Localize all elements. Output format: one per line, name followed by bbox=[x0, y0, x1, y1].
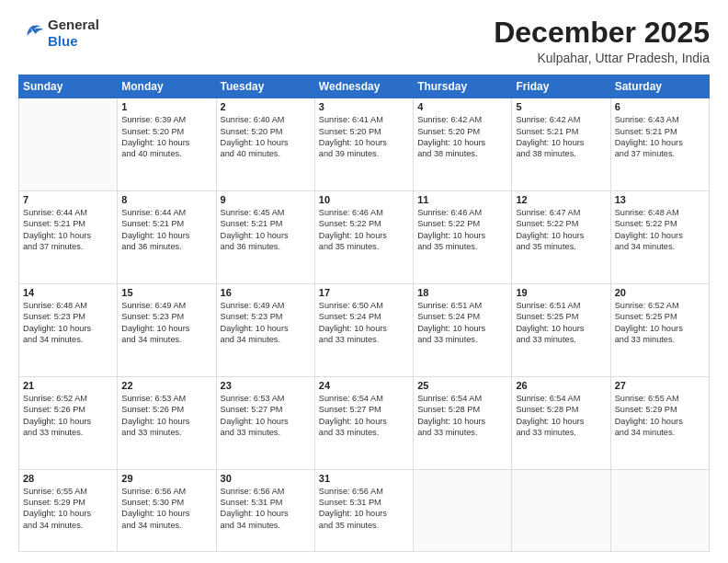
cell-info: Sunrise: 6:42 AMSunset: 5:20 PMDaylight:… bbox=[417, 114, 507, 160]
day-number: 12 bbox=[516, 194, 606, 205]
cell-info: Sunrise: 6:54 AMSunset: 5:28 PMDaylight:… bbox=[516, 393, 606, 439]
day-number: 29 bbox=[121, 473, 211, 484]
logo-icon bbox=[18, 23, 44, 43]
weekday-header-monday: Monday bbox=[118, 75, 216, 98]
calendar-week-row: 14Sunrise: 6:48 AMSunset: 5:23 PMDayligh… bbox=[19, 283, 710, 376]
calendar-table: SundayMondayTuesdayWednesdayThursdayFrid… bbox=[18, 75, 710, 552]
day-number: 22 bbox=[121, 380, 211, 391]
cell-info: Sunrise: 6:49 AMSunset: 5:23 PMDaylight:… bbox=[121, 300, 211, 346]
calendar-cell: 12Sunrise: 6:47 AMSunset: 5:22 PMDayligh… bbox=[512, 191, 610, 284]
day-number: 20 bbox=[615, 287, 705, 298]
calendar-cell: 16Sunrise: 6:49 AMSunset: 5:23 PMDayligh… bbox=[216, 283, 314, 376]
weekday-header-sunday: Sunday bbox=[19, 75, 118, 98]
calendar-cell: 11Sunrise: 6:46 AMSunset: 5:22 PMDayligh… bbox=[414, 191, 512, 284]
calendar-cell: 31Sunrise: 6:56 AMSunset: 5:31 PMDayligh… bbox=[314, 469, 413, 551]
cell-info: Sunrise: 6:56 AMSunset: 5:31 PMDaylight:… bbox=[319, 486, 409, 532]
cell-info: Sunrise: 6:53 AMSunset: 5:26 PMDaylight:… bbox=[121, 393, 211, 439]
cell-info: Sunrise: 6:52 AMSunset: 5:25 PMDaylight:… bbox=[615, 300, 705, 346]
cell-info: Sunrise: 6:43 AMSunset: 5:21 PMDaylight:… bbox=[615, 114, 705, 160]
calendar-cell: 21Sunrise: 6:52 AMSunset: 5:26 PMDayligh… bbox=[19, 376, 118, 469]
day-number: 7 bbox=[23, 194, 113, 205]
cell-info: Sunrise: 6:56 AMSunset: 5:31 PMDaylight:… bbox=[221, 486, 311, 532]
calendar-cell: 23Sunrise: 6:53 AMSunset: 5:27 PMDayligh… bbox=[216, 376, 314, 469]
day-number: 28 bbox=[23, 473, 113, 484]
calendar-cell bbox=[414, 469, 512, 551]
day-number: 21 bbox=[23, 380, 113, 391]
day-number: 9 bbox=[221, 194, 311, 205]
calendar-cell: 2Sunrise: 6:40 AMSunset: 5:20 PMDaylight… bbox=[216, 98, 314, 191]
calendar-cell: 10Sunrise: 6:46 AMSunset: 5:22 PMDayligh… bbox=[314, 191, 413, 284]
calendar-cell: 7Sunrise: 6:44 AMSunset: 5:21 PMDaylight… bbox=[19, 191, 118, 284]
weekday-header-wednesday: Wednesday bbox=[314, 75, 413, 98]
logo-text: General Blue bbox=[48, 17, 99, 50]
day-number: 15 bbox=[121, 287, 211, 298]
cell-info: Sunrise: 6:39 AMSunset: 5:20 PMDaylight:… bbox=[121, 114, 211, 160]
weekday-header-thursday: Thursday bbox=[414, 75, 512, 98]
day-number: 18 bbox=[417, 287, 507, 298]
calendar-cell bbox=[610, 469, 709, 551]
cell-info: Sunrise: 6:44 AMSunset: 5:21 PMDaylight:… bbox=[23, 207, 113, 253]
cell-info: Sunrise: 6:51 AMSunset: 5:25 PMDaylight:… bbox=[516, 300, 606, 346]
calendar-cell: 20Sunrise: 6:52 AMSunset: 5:25 PMDayligh… bbox=[610, 283, 709, 376]
header: General Blue December 2025 Kulpahar, Utt… bbox=[18, 17, 710, 65]
calendar-cell: 5Sunrise: 6:42 AMSunset: 5:21 PMDaylight… bbox=[512, 98, 610, 191]
day-number: 3 bbox=[319, 101, 409, 112]
cell-info: Sunrise: 6:46 AMSunset: 5:22 PMDaylight:… bbox=[417, 207, 507, 253]
calendar-cell: 4Sunrise: 6:42 AMSunset: 5:20 PMDaylight… bbox=[414, 98, 512, 191]
calendar-cell: 22Sunrise: 6:53 AMSunset: 5:26 PMDayligh… bbox=[118, 376, 216, 469]
day-number: 14 bbox=[23, 287, 113, 298]
day-number: 4 bbox=[417, 101, 507, 112]
cell-info: Sunrise: 6:56 AMSunset: 5:30 PMDaylight:… bbox=[121, 486, 211, 532]
day-number: 1 bbox=[121, 101, 211, 112]
calendar-week-row: 28Sunrise: 6:55 AMSunset: 5:29 PMDayligh… bbox=[19, 469, 710, 551]
calendar-cell: 26Sunrise: 6:54 AMSunset: 5:28 PMDayligh… bbox=[512, 376, 610, 469]
calendar-week-row: 7Sunrise: 6:44 AMSunset: 5:21 PMDaylight… bbox=[19, 191, 710, 284]
weekday-header-friday: Friday bbox=[512, 75, 610, 98]
cell-info: Sunrise: 6:45 AMSunset: 5:21 PMDaylight:… bbox=[221, 207, 311, 253]
cell-info: Sunrise: 6:52 AMSunset: 5:26 PMDaylight:… bbox=[23, 393, 113, 439]
cell-info: Sunrise: 6:48 AMSunset: 5:22 PMDaylight:… bbox=[615, 207, 705, 253]
day-number: 31 bbox=[319, 473, 409, 484]
calendar-cell: 17Sunrise: 6:50 AMSunset: 5:24 PMDayligh… bbox=[314, 283, 413, 376]
calendar-cell: 28Sunrise: 6:55 AMSunset: 5:29 PMDayligh… bbox=[19, 469, 118, 551]
cell-info: Sunrise: 6:51 AMSunset: 5:24 PMDaylight:… bbox=[417, 300, 507, 346]
day-number: 13 bbox=[615, 194, 705, 205]
calendar-cell: 29Sunrise: 6:56 AMSunset: 5:30 PMDayligh… bbox=[118, 469, 216, 551]
day-number: 23 bbox=[221, 380, 311, 391]
calendar-cell bbox=[19, 98, 118, 191]
calendar-cell: 9Sunrise: 6:45 AMSunset: 5:21 PMDaylight… bbox=[216, 191, 314, 284]
calendar-cell: 24Sunrise: 6:54 AMSunset: 5:27 PMDayligh… bbox=[314, 376, 413, 469]
day-number: 17 bbox=[319, 287, 409, 298]
day-number: 24 bbox=[319, 380, 409, 391]
cell-info: Sunrise: 6:49 AMSunset: 5:23 PMDaylight:… bbox=[221, 300, 311, 346]
day-number: 19 bbox=[516, 287, 606, 298]
calendar-cell bbox=[512, 469, 610, 551]
day-number: 10 bbox=[319, 194, 409, 205]
calendar-cell: 6Sunrise: 6:43 AMSunset: 5:21 PMDaylight… bbox=[610, 98, 709, 191]
day-number: 26 bbox=[516, 380, 606, 391]
cell-info: Sunrise: 6:53 AMSunset: 5:27 PMDaylight:… bbox=[221, 393, 311, 439]
cell-info: Sunrise: 6:42 AMSunset: 5:21 PMDaylight:… bbox=[516, 114, 606, 160]
weekday-header-saturday: Saturday bbox=[610, 75, 709, 98]
calendar-cell: 14Sunrise: 6:48 AMSunset: 5:23 PMDayligh… bbox=[19, 283, 118, 376]
day-number: 2 bbox=[221, 101, 311, 112]
day-number: 5 bbox=[516, 101, 606, 112]
cell-info: Sunrise: 6:50 AMSunset: 5:24 PMDaylight:… bbox=[319, 300, 409, 346]
day-number: 11 bbox=[417, 194, 507, 205]
calendar-cell: 1Sunrise: 6:39 AMSunset: 5:20 PMDaylight… bbox=[118, 98, 216, 191]
day-number: 6 bbox=[615, 101, 705, 112]
calendar-week-row: 1Sunrise: 6:39 AMSunset: 5:20 PMDaylight… bbox=[19, 98, 710, 191]
calendar-week-row: 21Sunrise: 6:52 AMSunset: 5:26 PMDayligh… bbox=[19, 376, 710, 469]
day-number: 30 bbox=[221, 473, 311, 484]
location: Kulpahar, Uttar Pradesh, India bbox=[494, 51, 710, 65]
logo: General Blue bbox=[18, 17, 99, 50]
cell-info: Sunrise: 6:46 AMSunset: 5:22 PMDaylight:… bbox=[319, 207, 409, 253]
calendar-cell: 30Sunrise: 6:56 AMSunset: 5:31 PMDayligh… bbox=[216, 469, 314, 551]
calendar-cell: 25Sunrise: 6:54 AMSunset: 5:28 PMDayligh… bbox=[414, 376, 512, 469]
cell-info: Sunrise: 6:41 AMSunset: 5:20 PMDaylight:… bbox=[319, 114, 409, 160]
month-title: December 2025 bbox=[494, 17, 710, 49]
day-number: 16 bbox=[221, 287, 311, 298]
day-number: 25 bbox=[417, 380, 507, 391]
title-block: December 2025 Kulpahar, Uttar Pradesh, I… bbox=[494, 17, 710, 65]
calendar-cell: 18Sunrise: 6:51 AMSunset: 5:24 PMDayligh… bbox=[414, 283, 512, 376]
